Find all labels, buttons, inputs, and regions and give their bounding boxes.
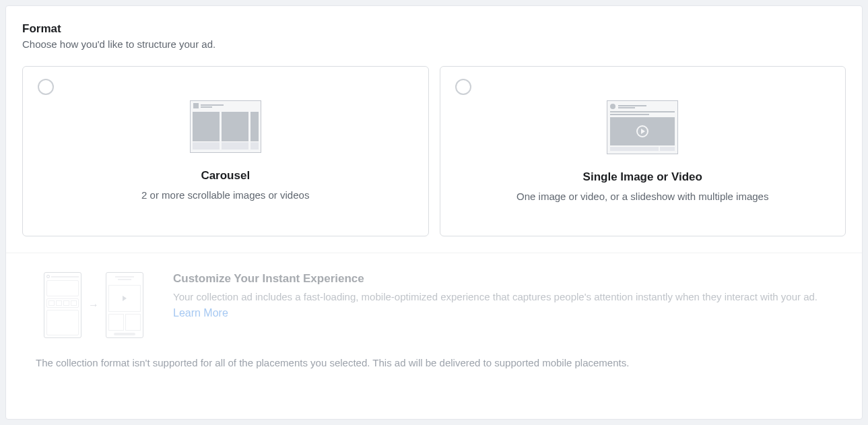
instant-experience-section: → Customize Your Instant Experience Your… bbox=[6, 253, 862, 338]
single-preview-icon bbox=[607, 100, 678, 154]
radio-single[interactable] bbox=[455, 79, 471, 95]
section-title: Format bbox=[22, 22, 846, 36]
carousel-preview-icon bbox=[190, 100, 261, 153]
option-single-title: Single Image or Video bbox=[583, 170, 702, 184]
option-carousel-content: Carousel 2 or more scrollable images or … bbox=[35, 79, 416, 201]
option-single-content: Single Image or Video One image or video… bbox=[453, 79, 834, 202]
instant-desc-text: Your collection ad includes a fast-loadi… bbox=[173, 291, 817, 302]
option-single[interactable]: Single Image or Video One image or video… bbox=[440, 66, 846, 236]
instant-text: Customize Your Instant Experience Your c… bbox=[173, 272, 846, 338]
option-carousel-title: Carousel bbox=[201, 169, 250, 183]
radio-carousel[interactable] bbox=[38, 79, 54, 95]
instant-title: Customize Your Instant Experience bbox=[173, 272, 846, 286]
option-single-desc: One image or video, or a slideshow with … bbox=[516, 191, 768, 202]
learn-more-link[interactable]: Learn More bbox=[173, 307, 228, 319]
phone-mock-b-icon bbox=[106, 272, 143, 338]
option-carousel-desc: 2 or more scrollable images or videos bbox=[141, 189, 309, 201]
section-subtitle: Choose how you'd like to structure your … bbox=[22, 38, 846, 50]
option-carousel[interactable]: Carousel 2 or more scrollable images or … bbox=[22, 66, 429, 236]
arrow-right-icon: → bbox=[88, 299, 99, 311]
format-options: Carousel 2 or more scrollable images or … bbox=[22, 66, 846, 236]
placement-warning: The collection format isn't supported fo… bbox=[22, 338, 846, 368]
phone-mock-a-icon bbox=[44, 272, 81, 338]
play-icon bbox=[636, 125, 648, 137]
instant-desc: Your collection ad includes a fast-loadi… bbox=[173, 290, 846, 321]
instant-graphic-icon: → bbox=[22, 272, 143, 338]
format-panel: Format Choose how you'd like to structur… bbox=[5, 5, 863, 420]
